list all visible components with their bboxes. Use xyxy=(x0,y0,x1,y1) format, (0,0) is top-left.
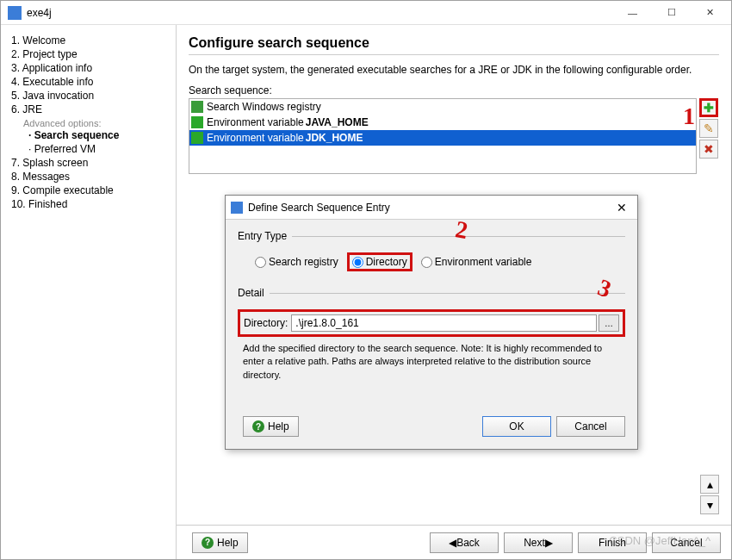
seq-item-bold: JAVA_HOME xyxy=(306,116,369,128)
help-icon: ? xyxy=(252,420,264,432)
substep-search-sequence[interactable]: Search sequence xyxy=(11,128,169,142)
minimize-button[interactable]: — xyxy=(613,1,652,25)
next-button[interactable]: Next ▶ xyxy=(504,532,573,553)
dialog-help-button[interactable]: ?Help xyxy=(243,416,299,437)
entry-type-legend: Entry Type xyxy=(238,230,292,242)
seq-item-java-home[interactable]: Environment variable JAVA_HOME xyxy=(189,115,696,130)
help-button[interactable]: ?Help xyxy=(192,532,248,553)
env-icon xyxy=(191,116,203,128)
step-executable-info[interactable]: 4. Executable info xyxy=(11,75,169,89)
edit-entry-button[interactable]: ✎ xyxy=(699,119,718,138)
step-compile-executable[interactable]: 9. Compile executable xyxy=(11,184,169,197)
seq-item-text: Environment variable xyxy=(207,132,304,144)
back-button[interactable]: ◀ Back xyxy=(430,532,499,553)
seq-item-text: Search Windows registry xyxy=(207,101,321,113)
search-sequence-label: Search sequence: xyxy=(189,84,719,96)
dialog-cancel-button[interactable]: Cancel xyxy=(556,416,625,437)
directory-input[interactable] xyxy=(291,314,597,332)
page-description: On the target system, the generated exec… xyxy=(189,64,719,76)
move-down-button[interactable]: ▾ xyxy=(700,495,719,514)
directory-label: Directory: xyxy=(244,317,288,329)
close-button[interactable]: ✕ xyxy=(691,1,729,25)
next-label: Next xyxy=(524,537,545,549)
back-label: Back xyxy=(456,537,480,549)
finish-button[interactable]: Finish xyxy=(578,532,647,553)
seq-item-jdk-home[interactable]: Environment variable JDK_HOME xyxy=(189,130,696,146)
step-messages[interactable]: 8. Messages xyxy=(11,170,169,184)
seq-item-bold: JDK_HOME xyxy=(306,132,363,144)
detail-legend: Detail xyxy=(238,287,270,299)
radio-label: Directory xyxy=(366,256,407,268)
step-splash-screen[interactable]: 7. Splash screen xyxy=(11,156,169,170)
step-finished[interactable]: 10. Finished xyxy=(11,197,169,211)
help-label: Help xyxy=(217,537,239,549)
radio-search-registry[interactable]: Search registry xyxy=(255,256,338,268)
dialog-close-button[interactable]: ✕ xyxy=(611,201,632,215)
step-jre[interactable]: 6. JRE xyxy=(11,103,169,116)
app-icon xyxy=(231,202,243,214)
radio-environment-variable[interactable]: Environment variable xyxy=(421,256,532,268)
page-title: Configure search sequence xyxy=(189,35,719,55)
maximize-button[interactable]: ☐ xyxy=(652,1,691,25)
help-icon: ? xyxy=(202,537,214,549)
step-project-type[interactable]: 2. Project type xyxy=(11,47,169,61)
step-application-info[interactable]: 3. Application info xyxy=(11,61,169,75)
env-icon xyxy=(191,132,203,144)
registry-icon xyxy=(191,101,203,113)
radio-label: Environment variable xyxy=(435,256,532,268)
step-java-invocation[interactable]: 5. Java invocation xyxy=(11,89,169,103)
help-label: Help xyxy=(268,420,289,432)
advanced-options-label: Advanced options: xyxy=(11,116,169,128)
add-entry-button[interactable]: ✚ xyxy=(699,98,718,117)
define-entry-dialog: Define Search Sequence Entry ✕ Entry Typ… xyxy=(225,195,638,450)
seq-item-text: Environment variable xyxy=(207,116,304,128)
app-icon xyxy=(8,6,22,20)
delete-entry-button[interactable]: ✖ xyxy=(699,140,718,159)
dialog-title: Define Search Sequence Entry xyxy=(248,202,611,214)
seq-item-registry[interactable]: Search Windows registry xyxy=(189,99,696,115)
dialog-ok-button[interactable]: OK xyxy=(482,416,551,437)
radio-label: Search registry xyxy=(269,256,338,268)
cancel-button[interactable]: Cancel xyxy=(652,532,721,553)
window-title: exe4j xyxy=(27,7,613,19)
browse-button[interactable]: … xyxy=(599,314,619,332)
move-up-button[interactable]: ▴ xyxy=(700,475,719,494)
radio-directory[interactable]: Directory xyxy=(347,252,413,271)
substep-preferred-vm[interactable]: Preferred VM xyxy=(11,142,169,156)
step-welcome[interactable]: 1. Welcome xyxy=(11,34,169,47)
wizard-sidebar: 1. Welcome 2. Project type 3. Applicatio… xyxy=(1,25,177,559)
search-sequence-list[interactable]: Search Windows registry Environment vari… xyxy=(189,98,697,174)
directory-hint: Add the specified directory to the searc… xyxy=(238,337,625,382)
